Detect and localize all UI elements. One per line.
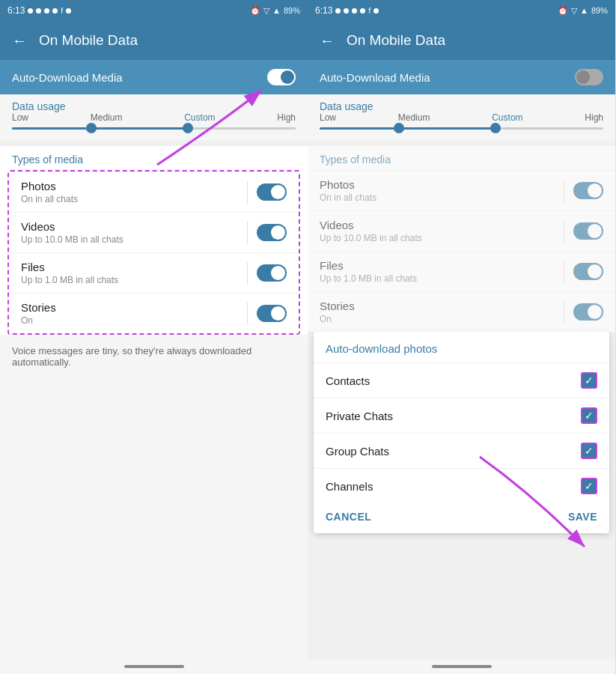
videos-toggle-left[interactable]	[257, 224, 287, 241]
spacer-left	[0, 378, 308, 659]
files-toggle-right[interactable]	[573, 263, 603, 280]
voice-note-left: Voice messages are tiny, so they're alwa…	[0, 335, 308, 378]
private-chats-checkbox[interactable]: ✓	[581, 407, 597, 424]
dialog-item-channels: Channels ✓	[314, 468, 609, 503]
videos-info-left: Videos Up to 10.0 MB in all chats	[21, 220, 247, 245]
dot2	[36, 8, 41, 13]
media-header-right: Types of media	[308, 146, 615, 170]
divider-videos-right	[564, 220, 564, 243]
dot3r	[352, 8, 357, 13]
media-item-stories-left: Stories On	[9, 293, 299, 333]
save-button[interactable]: SAVE	[568, 511, 597, 523]
fb-icon: f	[61, 6, 63, 15]
stories-toggle-right[interactable]	[573, 303, 603, 321]
photos-subtitle-right: On in all chats	[320, 192, 564, 203]
files-toggle-left[interactable]	[257, 264, 287, 282]
slider-labels-left: Low Medium Custom High	[12, 112, 296, 123]
contacts-checkbox[interactable]: ✓	[581, 372, 597, 389]
files-toggle-knob-right	[588, 264, 602, 279]
alarm-icon: ⏰	[250, 6, 260, 16]
time-right: 6:13	[315, 5, 332, 16]
videos-title-right: Videos	[320, 219, 564, 231]
photos-subtitle-left: On in all chats	[21, 194, 247, 204]
media-item-photos-left: Photos On in all chats	[9, 171, 299, 212]
signal-icon: ▲	[272, 6, 281, 15]
slider-track-left[interactable]	[12, 127, 296, 130]
auto-download-toggle-left[interactable]	[267, 69, 296, 85]
channels-checkbox[interactable]: ✓	[581, 478, 597, 494]
dot5	[66, 8, 71, 13]
dot1r	[335, 8, 341, 13]
home-bar-right	[432, 665, 492, 668]
divider-stories-left	[247, 303, 248, 325]
media-item-photos-right: Photos On in all chats	[308, 170, 615, 210]
videos-toggle-right[interactable]	[573, 222, 603, 240]
contacts-label: Contacts	[326, 374, 370, 387]
back-button-left[interactable]: ←	[12, 32, 27, 49]
label-low-right: Low	[320, 112, 336, 123]
divider-files-left	[247, 262, 248, 285]
fb-icon-right: f	[368, 6, 370, 15]
slider-fill-right-r	[495, 127, 603, 130]
time-left: 6:13	[7, 5, 25, 16]
auto-download-row-left: Auto-Download Media	[0, 60, 308, 94]
dialog-item-contacts: Contacts ✓	[314, 362, 609, 398]
page-title-left: On Mobile Data	[39, 32, 296, 49]
dot2r	[344, 8, 349, 13]
files-subtitle-right: Up to 1.0 MB in all chats	[320, 273, 564, 284]
media-item-stories-right: Stories On	[308, 291, 615, 332]
stories-toggle-left[interactable]	[257, 305, 287, 322]
voice-note-text-left: Voice messages are tiny, so they're alwa…	[12, 345, 251, 368]
media-item-files-right: Files Up to 1.0 MB in all chats	[308, 251, 615, 291]
cancel-button[interactable]: CANCEL	[326, 511, 371, 523]
toggle-knob-left	[281, 70, 294, 84]
slider-fill-left	[12, 127, 188, 130]
slider-track-right[interactable]	[320, 127, 603, 130]
slider-thumb-custom-left[interactable]	[183, 123, 193, 133]
photos-info-right: Photos On in all chats	[320, 178, 564, 203]
left-panel: 6:13 f ⏰ ▽ ▲ 89% ← On Mobile Data Auto-D…	[0, 0, 308, 674]
photos-toggle-left[interactable]	[257, 183, 287, 201]
alarm-icon-right: ⏰	[558, 6, 568, 16]
auto-download-toggle-right[interactable]	[575, 69, 603, 85]
dot4	[52, 8, 58, 13]
group-chats-label: Group Chats	[326, 445, 389, 458]
photos-toggle-knob-right	[588, 183, 602, 198]
photos-toggle-right[interactable]	[573, 182, 603, 199]
stories-subtitle-right: On	[320, 314, 564, 324]
divider-photos-right	[564, 180, 564, 202]
dialog-title: Auto-download photos	[314, 332, 609, 362]
photos-toggle-knob-left	[271, 185, 285, 199]
wifi-icon: ▽	[263, 6, 269, 16]
stories-info-right: Stories On	[320, 300, 564, 324]
label-high-left: High	[277, 112, 296, 123]
top-bar-right: ← On Mobile Data	[308, 21, 615, 60]
stories-title-right: Stories	[320, 300, 564, 312]
home-bar-left	[124, 665, 184, 668]
private-chats-label: Private Chats	[326, 410, 393, 422]
media-item-videos-right: Videos Up to 10.0 MB in all chats	[308, 210, 615, 251]
photos-info-left: Photos On in all chats	[21, 180, 247, 204]
divider-videos-left	[247, 222, 248, 244]
status-bar-right: 6:13 f ⏰ ▽ ▲ 89%	[308, 0, 615, 21]
wifi-icon-right: ▽	[571, 6, 577, 16]
stories-toggle-knob-right	[588, 305, 602, 319]
slider-thumb-low-right[interactable]	[394, 123, 404, 133]
dot1	[28, 8, 33, 13]
auto-download-row-right: Auto-Download Media	[308, 60, 615, 94]
home-indicator-left	[0, 659, 308, 674]
battery-left: 89%	[284, 6, 300, 15]
slider-thumb-custom-right[interactable]	[490, 123, 501, 133]
group-chats-checkbox[interactable]: ✓	[581, 443, 597, 459]
auto-download-dialog: Auto-download photos Contacts ✓ Private …	[314, 332, 609, 533]
slider-labels-right: Low Medium Custom High	[320, 112, 603, 123]
stories-toggle-knob-left	[271, 306, 285, 321]
label-custom-left: Custom	[184, 112, 215, 123]
dashed-highlight-box: Photos On in all chats Videos Up to 10.0…	[7, 170, 300, 335]
media-section-left: Types of media Photos On in all chats Vi…	[0, 146, 308, 335]
slider-thumb-low-left[interactable]	[86, 123, 97, 133]
label-custom-right: Custom	[492, 112, 522, 123]
back-button-right[interactable]: ←	[320, 32, 335, 49]
files-title-right: Files	[320, 259, 564, 272]
photos-title-right: Photos	[320, 178, 564, 191]
